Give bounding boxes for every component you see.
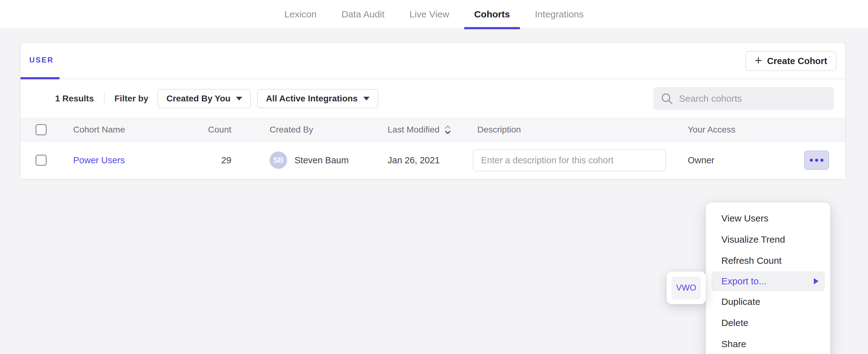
last-modified-date: Jan 26, 2021 [388, 155, 477, 165]
sort-icon[interactable] [443, 124, 452, 135]
ellipsis-icon [820, 159, 824, 162]
menu-item-refresh-count[interactable]: Refresh Count [706, 250, 830, 271]
table-header: Cohort Name Count Created By Last Modifi… [21, 118, 845, 141]
menu-item-export-to[interactable]: Export to... [711, 271, 825, 291]
cohort-name-link[interactable]: Power Users [73, 155, 125, 165]
table-row: Power Users 29 SB Steven Baum Jan 26, 20… [21, 141, 845, 179]
menu-item-delete[interactable]: Delete [706, 312, 830, 333]
menu-item-duplicate[interactable]: Duplicate [706, 291, 830, 312]
menu-item-visualize-trend[interactable]: Visualize Trend [706, 229, 830, 250]
column-header-last-modified[interactable]: Last Modified [388, 124, 477, 135]
last-modified-label: Last Modified [388, 125, 440, 135]
column-header-created-by[interactable]: Created By [231, 125, 388, 135]
plus-icon: + [755, 54, 762, 67]
create-cohort-label: Create Cohort [767, 56, 827, 66]
access-level: Owner [688, 155, 714, 165]
avatar: SB [270, 152, 287, 169]
description-input[interactable] [473, 149, 666, 171]
column-header-your-access[interactable]: Your Access [688, 125, 845, 135]
search-input[interactable] [679, 93, 827, 104]
column-header-count[interactable]: Count [173, 125, 231, 135]
menu-item-view-users[interactable]: View Users [706, 208, 830, 229]
cohort-count: 29 [173, 155, 231, 165]
tab-user[interactable]: USER [21, 43, 59, 79]
menu-item-share[interactable]: Share [706, 333, 830, 354]
row-checkbox[interactable] [35, 155, 47, 166]
page-body: USER + Create Cohort 1 Results Filter by… [0, 29, 868, 354]
select-all-checkbox[interactable] [35, 124, 47, 135]
filter-by-label: Filter by [115, 94, 149, 104]
divider [104, 92, 104, 105]
nav-tab-data-audit[interactable]: Data Audit [332, 0, 395, 29]
export-submenu: VWO [666, 271, 706, 304]
cohorts-panel: USER + Create Cohort 1 Results Filter by… [20, 42, 846, 180]
integrations-filter-value: All Active Integrations [266, 94, 358, 104]
column-header-cohort-name[interactable]: Cohort Name [73, 125, 173, 135]
created-by-filter-value: Created By You [166, 94, 230, 104]
row-actions-button[interactable] [804, 151, 829, 170]
row-actions-menu: View Users Visualize Trend Refresh Count… [706, 202, 830, 354]
results-count: 1 Results [55, 94, 94, 104]
nav-tab-live-view[interactable]: Live View [399, 0, 459, 29]
top-nav: Lexicon Data Audit Live View Cohorts Int… [0, 0, 868, 29]
ellipsis-icon [815, 159, 818, 162]
created-by-filter-dropdown[interactable]: Created By You [158, 89, 251, 108]
ellipsis-icon [810, 159, 813, 162]
panel-tabs-row: USER + Create Cohort [21, 43, 845, 79]
chevron-down-icon [363, 97, 370, 100]
submenu-arrow-icon [814, 278, 818, 284]
chevron-down-icon [236, 97, 242, 100]
export-option-vwo[interactable]: VWO [672, 277, 701, 299]
column-header-description[interactable]: Description [477, 125, 688, 135]
create-cohort-button[interactable]: + Create Cohort [745, 51, 837, 71]
created-by-name: Steven Baum [294, 155, 349, 165]
search-cohorts-box[interactable] [653, 87, 834, 110]
nav-tab-integrations[interactable]: Integrations [525, 0, 594, 29]
filter-row: 1 Results Filter by Created By You All A… [21, 79, 845, 118]
search-icon [660, 92, 674, 105]
nav-tab-cohorts[interactable]: Cohorts [464, 0, 520, 29]
integrations-filter-dropdown[interactable]: All Active Integrations [257, 89, 378, 108]
export-to-label: Export to... [721, 276, 767, 287]
nav-tab-lexicon[interactable]: Lexicon [274, 0, 326, 29]
